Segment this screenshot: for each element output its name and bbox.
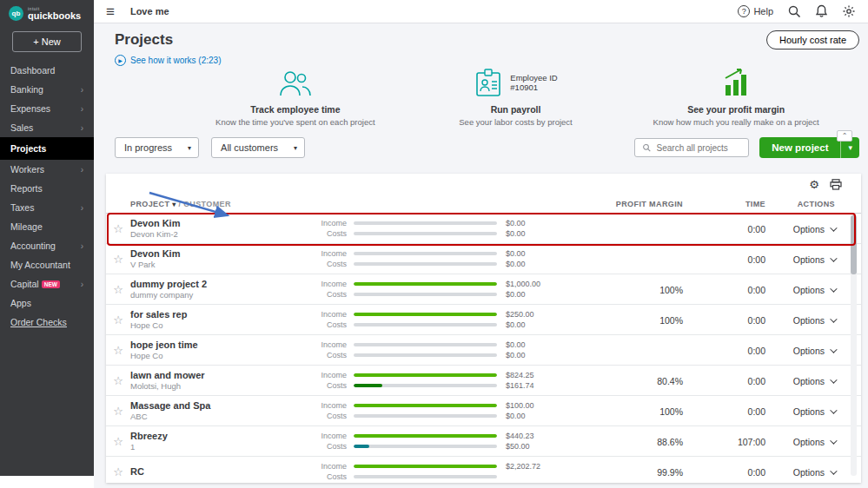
costs-amount: $161.74 [506, 381, 534, 390]
sidebar-item-accounting[interactable]: Accounting› [0, 236, 94, 255]
favorite-star-icon[interactable]: ☆ [113, 283, 123, 296]
new-button[interactable]: + New [12, 31, 82, 52]
scrollbar-thumb[interactable] [851, 215, 857, 274]
customer-name: Hope Co [130, 320, 317, 330]
options-dropdown-button[interactable]: Options [793, 224, 835, 234]
sidebar-item-sales[interactable]: Sales› [0, 118, 94, 137]
costs-label: Costs [317, 229, 354, 238]
hourly-cost-rate-button[interactable]: Hourly cost rate [766, 30, 859, 49]
sidebar-item-dashboard[interactable]: Dashboard [0, 61, 94, 80]
project-name[interactable]: Devon Kim [130, 218, 317, 228]
costs-label: Costs [317, 442, 354, 451]
sidebar-item-banking[interactable]: Banking› [0, 80, 94, 99]
search-projects-input[interactable] [657, 143, 742, 153]
column-header-profit-margin[interactable]: PROFIT MARGIN [583, 200, 683, 208]
favorite-star-icon[interactable]: ☆ [113, 405, 123, 418]
customer-name: V Park [130, 260, 317, 269]
costs-amount: $0.00 [506, 260, 526, 268]
chevron-down-icon [830, 315, 837, 322]
table-row[interactable]: ☆ dummy project 2 dummy company Income $… [106, 274, 861, 305]
income-label: Income [317, 432, 354, 440]
costs-amount: $0.00 [506, 412, 526, 420]
options-dropdown-button[interactable]: Options [793, 254, 835, 265]
options-dropdown-button[interactable]: Options [793, 376, 835, 386]
table-row[interactable]: ☆ for sales rep Hope Co Income $250.00 C… [106, 305, 861, 335]
project-name[interactable]: dummy project 2 [130, 279, 317, 289]
see-how-it-works-link[interactable]: ▶ See how it works (2:23) [94, 51, 868, 66]
table-row[interactable]: ☆ RC Income $2,202.72 Costs 99.9% 0:00 O… [106, 457, 861, 483]
customer-filter-dropdown[interactable]: All customers ▾ [211, 137, 305, 158]
help-button[interactable]: ? Help [738, 5, 773, 17]
sidebar-item-expenses[interactable]: Expenses› [0, 99, 94, 118]
new-project-button[interactable]: New project [759, 137, 840, 158]
chevron-down-icon [830, 376, 837, 383]
favorite-star-icon[interactable]: ☆ [113, 222, 123, 235]
table-row[interactable]: ☆ Massage and Spa ABC Income $100.00 Cos… [106, 396, 861, 426]
sidebar-item-mileage[interactable]: Mileage [0, 217, 94, 236]
sidebar-item-taxes[interactable]: Taxes› [0, 198, 94, 217]
notifications-bell-icon[interactable] [815, 4, 828, 18]
project-name[interactable]: Rbreezy [130, 431, 317, 441]
column-header-project[interactable]: PROJECT ▾ / CUSTOMER [106, 200, 317, 208]
project-name[interactable]: Massage and Spa [130, 400, 317, 411]
income-amount: $2,202.72 [506, 462, 540, 471]
project-name[interactable]: RC [130, 466, 317, 477]
chevron-down-icon [830, 346, 837, 353]
customer-name: Molotsi, Hugh [130, 381, 317, 391]
favorite-star-icon[interactable]: ☆ [113, 313, 123, 326]
sidebar-item-order-checks[interactable]: Order Checks [0, 313, 94, 332]
costs-amount: $0.00 [506, 351, 526, 359]
sidebar-item-my-accountant[interactable]: My Accountant [0, 255, 94, 274]
favorite-star-icon[interactable]: ☆ [113, 435, 123, 448]
favorite-star-icon[interactable]: ☆ [113, 253, 123, 266]
sidebar-item-workers[interactable]: Workers› [0, 160, 94, 179]
sidebar-item-reports[interactable]: Reports [0, 179, 94, 198]
table-settings-gear-icon[interactable]: ⚙ [809, 178, 819, 191]
table-row[interactable]: ☆ Rbreezy 1 Income $440.23 Costs $50.00 … [106, 426, 861, 457]
chevron-down-icon [830, 285, 837, 292]
table-header-row: PROJECT ▾ / CUSTOMER PROFIT MARGIN TIME … [106, 196, 861, 214]
options-dropdown-button[interactable]: Options [793, 285, 835, 295]
project-name[interactable]: hope jeon time [130, 340, 317, 350]
customer-name: dummy company [130, 290, 317, 300]
options-dropdown-button[interactable]: Options [793, 406, 835, 417]
settings-gear-icon[interactable] [842, 4, 856, 18]
income-amount: $250.00 [506, 310, 534, 319]
table-row[interactable]: ☆ Devon Kim Devon Kim-2 Income $0.00 Cos… [106, 214, 861, 244]
top-bar: ≡ Love me ? Help [94, 0, 868, 23]
favorite-star-icon[interactable]: ☆ [113, 465, 123, 478]
project-search-box[interactable] [634, 138, 749, 157]
income-label: Income [317, 280, 354, 288]
favorite-star-icon[interactable]: ☆ [113, 374, 123, 387]
sidebar-item-capital[interactable]: CapitalNEW› [0, 274, 94, 293]
table-row[interactable]: ☆ hope jeon time Hope Co Income $0.00 Co… [106, 335, 861, 366]
options-dropdown-button[interactable]: Options [793, 346, 835, 356]
options-dropdown-button[interactable]: Options [793, 467, 835, 478]
chevron-down-icon [830, 254, 837, 261]
options-dropdown-button[interactable]: Options [793, 315, 835, 326]
time-value: 107:00 [738, 437, 765, 447]
print-icon[interactable] [830, 179, 842, 190]
customer-name: Hope Co [130, 351, 317, 360]
column-header-time[interactable]: TIME [683, 200, 765, 208]
new-badge: NEW [42, 280, 60, 288]
table-row[interactable]: ☆ lawn and mower Molotsi, Hugh Income $8… [106, 366, 861, 396]
search-icon[interactable] [787, 4, 801, 18]
chevron-right-icon: › [81, 85, 83, 95]
collapse-promo-chevron-icon[interactable]: ⌃ [837, 130, 852, 142]
favorite-star-icon[interactable]: ☆ [113, 344, 123, 357]
options-dropdown-button[interactable]: Options [793, 437, 835, 447]
status-filter-dropdown[interactable]: In progress ▾ [115, 137, 199, 158]
costs-label: Costs [317, 472, 354, 481]
hamburger-menu-icon[interactable]: ≡ [106, 4, 115, 19]
project-name[interactable]: Devon Kim [130, 248, 317, 259]
table-row[interactable]: ☆ Devon Kim V Park Income $0.00 Costs $0… [106, 244, 861, 274]
table-body: ☆ Devon Kim Devon Kim-2 Income $0.00 Cos… [106, 214, 861, 483]
table-scrollbar[interactable] [851, 214, 857, 476]
project-name[interactable]: for sales rep [130, 309, 317, 320]
sidebar-item-projects[interactable]: Projects [0, 137, 94, 160]
sidebar-item-apps[interactable]: Apps [0, 293, 94, 313]
help-icon: ? [738, 5, 750, 17]
project-name[interactable]: lawn and mower [130, 370, 317, 380]
company-name: Love me [130, 6, 169, 16]
